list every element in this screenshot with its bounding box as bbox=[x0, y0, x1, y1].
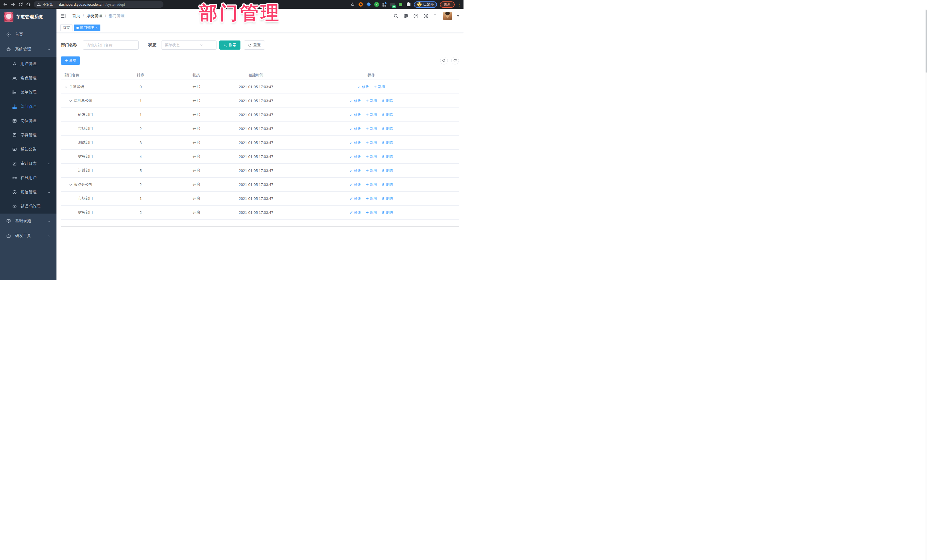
app-logo-row[interactable]: 芋道管理系统 bbox=[0, 9, 56, 25]
add-child-link[interactable]: 新增 bbox=[366, 154, 377, 159]
not-secure-warning-icon bbox=[37, 3, 41, 6]
delete-link[interactable]: 删除 bbox=[381, 126, 393, 131]
toggle-search-button[interactable] bbox=[440, 57, 448, 64]
add-child-link[interactable]: 新增 bbox=[366, 210, 377, 215]
extension-orange-icon[interactable] bbox=[358, 2, 363, 7]
add-button[interactable]: 新增 bbox=[61, 56, 80, 65]
breadcrumb-home[interactable]: 首页 bbox=[72, 14, 80, 18]
table-header-row: 部门名称 排序 状态 创建时间 操作 bbox=[61, 71, 459, 80]
tree-expand-icon[interactable] bbox=[64, 85, 68, 88]
col-header-name: 部门名称 bbox=[61, 73, 117, 78]
trash-icon bbox=[381, 99, 385, 102]
address-bar[interactable]: 不安全 dashboard.yudao.iocoder.cn/system/de… bbox=[33, 1, 163, 8]
edit-link[interactable]: 修改 bbox=[350, 210, 361, 215]
dept-created-time: 2021-01-05 17:03:47 bbox=[228, 99, 284, 103]
extension-green-check-icon[interactable]: V bbox=[374, 2, 379, 7]
sidebar-item-notice[interactable]: 通知公告 bbox=[0, 142, 56, 156]
edit-link[interactable]: 修改 bbox=[350, 196, 361, 201]
sidebar-item-menus[interactable]: 菜单管理 bbox=[0, 85, 56, 100]
tab-dept-management[interactable]: 部门管理 × bbox=[74, 24, 100, 31]
tab-home[interactable]: 首页 bbox=[61, 24, 73, 31]
sidebar-item-dev-tools[interactable]: 研发工具 bbox=[0, 228, 56, 243]
sidebar-item-dashboard[interactable]: 首页 bbox=[0, 27, 56, 42]
sidebar-item-audit-log[interactable]: 审计日志 bbox=[0, 156, 56, 171]
edit-link[interactable]: 修改 bbox=[358, 84, 369, 89]
help-question-icon[interactable] bbox=[413, 14, 418, 18]
sidebar-item-error-codes[interactable]: 错误码管理 bbox=[0, 199, 56, 214]
delete-link[interactable]: 删除 bbox=[381, 182, 393, 187]
sidebar-item-label: 在线用户 bbox=[21, 175, 36, 181]
reset-button[interactable]: 重置 bbox=[244, 41, 265, 50]
dept-name: 长沙分公司 bbox=[74, 182, 93, 187]
status-select[interactable]: 菜单状态 bbox=[161, 41, 216, 50]
add-child-link[interactable]: 新增 bbox=[366, 112, 377, 117]
add-child-link[interactable]: 新增 bbox=[366, 168, 377, 173]
delete-link[interactable]: 删除 bbox=[381, 210, 393, 215]
add-child-link[interactable]: 新增 bbox=[366, 126, 377, 131]
user-avatar[interactable] bbox=[443, 12, 452, 20]
edit-link[interactable]: 修改 bbox=[350, 99, 361, 103]
add-child-link[interactable]: 新增 bbox=[366, 99, 377, 103]
browser-home-icon[interactable] bbox=[26, 2, 31, 7]
avatar-caret-down-icon[interactable] bbox=[457, 15, 459, 17]
extension-green-figure-icon[interactable] bbox=[398, 2, 403, 7]
edit-link[interactable]: 修改 bbox=[350, 182, 361, 187]
edit-link[interactable]: 修改 bbox=[350, 126, 361, 131]
sidebar-item-label: 短信管理 bbox=[21, 190, 36, 195]
dept-created-time: 2021-01-05 17:03:47 bbox=[228, 168, 284, 173]
browser-back-icon[interactable] bbox=[3, 2, 8, 7]
browser-forward-icon[interactable] bbox=[11, 2, 15, 7]
sidebar-item-departments[interactable]: 部门管理 bbox=[0, 100, 56, 114]
add-child-link[interactable]: 新增 bbox=[366, 140, 377, 145]
chevron-down-icon bbox=[47, 190, 51, 194]
sidebar-item-label: 基础设施 bbox=[15, 219, 31, 223]
refresh-table-button[interactable] bbox=[451, 57, 459, 64]
delete-link[interactable]: 删除 bbox=[381, 154, 393, 159]
trash-icon bbox=[381, 169, 385, 172]
header-search-icon[interactable] bbox=[393, 14, 398, 18]
tab-close-icon[interactable]: × bbox=[95, 26, 98, 30]
edit-link[interactable]: 修改 bbox=[350, 154, 361, 159]
sidebar-item-users[interactable]: 用户管理 bbox=[0, 57, 56, 71]
dept-status: 开启 bbox=[164, 140, 228, 145]
font-size-icon[interactable] bbox=[433, 14, 438, 18]
browser-menu-kebab-icon[interactable] bbox=[457, 2, 460, 7]
sidebar-item-online-users[interactable]: 在线用户 bbox=[0, 171, 56, 185]
edit-link[interactable]: 修改 bbox=[350, 112, 361, 117]
sidebar-item-sms[interactable]: 短信管理 bbox=[0, 185, 56, 199]
delete-link[interactable]: 删除 bbox=[381, 168, 393, 173]
browser-reload-icon[interactable] bbox=[18, 2, 23, 7]
add-child-link[interactable]: 新增 bbox=[374, 84, 385, 89]
browser-update-button[interactable]: 更新 bbox=[440, 2, 454, 8]
bookmark-star-icon[interactable] bbox=[350, 2, 355, 7]
sidebar-item-system[interactable]: 系统管理 bbox=[0, 42, 56, 57]
sidebar-item-posts[interactable]: 岗位管理 bbox=[0, 114, 56, 128]
add-child-link[interactable]: 新增 bbox=[366, 182, 377, 187]
delete-link[interactable]: 删除 bbox=[381, 99, 393, 103]
sidebar-item-dict[interactable]: 字典管理 bbox=[0, 128, 56, 142]
add-child-link[interactable]: 新增 bbox=[366, 196, 377, 201]
fullscreen-icon[interactable] bbox=[423, 14, 429, 18]
extension-on-badge-icon[interactable]: on bbox=[390, 2, 395, 7]
sidebar-item-infrastructure[interactable]: 基础设施 bbox=[0, 214, 56, 228]
delete-link[interactable]: 删除 bbox=[381, 112, 393, 117]
search-button[interactable]: 搜索 bbox=[219, 41, 240, 50]
url-domain: dashboard.yudao.iocoder.cn bbox=[59, 3, 103, 6]
extension-gem-icon[interactable] bbox=[366, 2, 371, 7]
delete-link[interactable]: 删除 bbox=[381, 196, 393, 201]
online-signal-icon bbox=[12, 176, 17, 180]
extension-grid-icon[interactable] bbox=[382, 2, 387, 7]
browser-profile-paused-pill[interactable]: 已暂停 bbox=[414, 2, 437, 8]
edit-link[interactable]: 修改 bbox=[350, 140, 361, 145]
extension-puzzle-icon[interactable] bbox=[406, 2, 411, 7]
hamburger-icon[interactable] bbox=[61, 13, 66, 18]
tree-expand-icon[interactable] bbox=[69, 183, 72, 186]
edit-link[interactable]: 修改 bbox=[350, 168, 361, 173]
dept-status: 开启 bbox=[164, 112, 228, 117]
tree-expand-icon[interactable] bbox=[69, 99, 72, 102]
sidebar-item-roles[interactable]: 角色管理 bbox=[0, 71, 56, 85]
dept-name-input[interactable] bbox=[83, 41, 138, 50]
github-icon[interactable] bbox=[403, 14, 409, 18]
breadcrumb-system[interactable]: 系统管理 bbox=[87, 14, 102, 18]
delete-link[interactable]: 删除 bbox=[381, 140, 393, 145]
